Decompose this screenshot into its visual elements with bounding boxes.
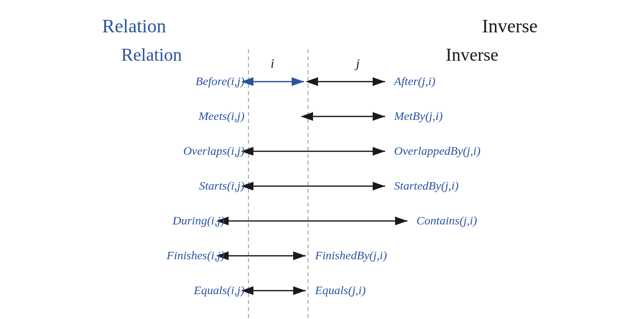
svg-text:Finishes(i,j): Finishes(i,j) — [166, 249, 225, 262]
main-container: Relation Inverse i j — [0, 0, 644, 319]
svg-text:MetBy(j,i): MetBy(j,i) — [394, 109, 443, 122]
svg-text:j: j — [354, 56, 359, 71]
relation-header: Relation — [80, 15, 189, 37]
svg-text:Relation: Relation — [121, 45, 182, 65]
diagram-svg: i j — [0, 42, 644, 319]
svg-text:Equals(i,j): Equals(i,j) — [193, 284, 244, 297]
svg-text:After(j,i): After(j,i) — [393, 75, 435, 88]
svg-text:FinishedBy(j,i): FinishedBy(j,i) — [315, 249, 387, 262]
svg-text:Before(i,j): Before(i,j) — [196, 75, 244, 88]
svg-text:StartedBy(j,i): StartedBy(j,i) — [394, 179, 459, 192]
svg-text:i: i — [270, 56, 274, 71]
svg-text:Inverse: Inverse — [446, 45, 498, 65]
inverse-header: Inverse — [455, 15, 564, 37]
diagram-area: i j — [0, 42, 644, 319]
svg-text:Starts(i,j): Starts(i,j) — [199, 179, 244, 192]
svg-text:Meets(i,j): Meets(i,j) — [198, 109, 244, 122]
svg-text:OverlappedBy(j,i): OverlappedBy(j,i) — [394, 144, 481, 157]
svg-text:Equals(j,i): Equals(j,i) — [315, 284, 366, 297]
svg-text:Overlaps(i,j): Overlaps(i,j) — [183, 144, 244, 157]
svg-text:Contains(j,i): Contains(j,i) — [416, 214, 477, 227]
svg-text:During(i,j): During(i,j) — [172, 214, 225, 227]
header-row: Relation Inverse — [0, 0, 644, 42]
